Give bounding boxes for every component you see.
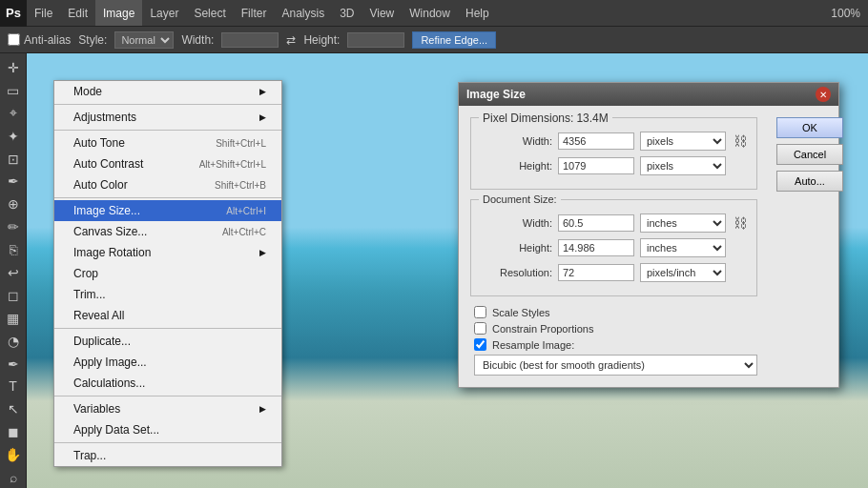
menu-item-calculations[interactable]: Calculations... [54,373,281,394]
main-layout: ✛ ▭ ⌖ ✦ ⊡ ✒ ⊕ ✏ ⎘ ↩ ◻ ▦ ◔ ✒ T ↖ ◼ ✋ ⌕ Mo… [0,53,868,488]
document-size-section: Document Size: Width: inches cm mm pixel… [470,199,757,296]
menu-3d[interactable]: 3D [332,0,362,26]
menubar-right: 100% [831,7,868,20]
dialog-title: Image Size [466,88,526,101]
options-bar: Anti-alias Style: Normal Width: ⇄ Height… [0,27,868,53]
dialog-close-button[interactable]: ✕ [816,87,831,102]
menu-item-mode[interactable]: Mode [54,81,281,102]
menu-select[interactable]: Select [186,0,233,26]
magic-wand-tool[interactable]: ✦ [2,126,25,147]
image-menu-dropdown: Mode Adjustments Auto Tone Shift+Ctrl+L … [53,80,282,467]
menu-item-canvas-size[interactable]: Canvas Size... Alt+Ctrl+C [54,221,281,242]
image-size-dialog: Image Size ✕ Pixel Dimensions: 13.4M W [458,82,839,388]
lasso-tool[interactable]: ⌖ [2,103,25,124]
dialog-layout: Pixel Dimensions: 13.4M Width: pixels ⛓ [459,106,838,387]
scale-styles-row: Scale Styles [470,306,757,318]
menu-item-duplicate[interactable]: Duplicate... [54,331,281,352]
pixel-height-unit-select[interactable]: pixels [640,156,726,175]
heal-tool[interactable]: ⊕ [2,193,25,214]
cancel-button[interactable]: Cancel [776,144,843,165]
menu-item-auto-tone[interactable]: Auto Tone Shift+Ctrl+L [54,132,281,153]
menu-item-trap[interactable]: Trap... [54,445,281,466]
crop-tool[interactable]: ⊡ [2,149,25,170]
height-input[interactable] [347,32,404,48]
menu-item-crop[interactable]: Crop [54,263,281,284]
brush-tool[interactable]: ✏ [2,216,25,237]
menu-item-apply-image[interactable]: Apply Image... [54,352,281,373]
pen-tool[interactable]: ✒ [2,354,25,375]
clone-tool[interactable]: ⎘ [2,239,25,260]
scale-styles-label: Scale Styles [492,307,550,318]
menu-analysis[interactable]: Analysis [274,0,332,26]
dodge-tool[interactable]: ◔ [2,331,25,352]
auto-button[interactable]: Auto... [776,171,843,192]
constrain-proportions-label: Constrain Proportions [492,323,593,335]
refine-edge-button[interactable]: Refine Edge... [412,31,496,49]
resolution-input[interactable] [558,264,634,281]
pixel-dimensions-section: Pixel Dimensions: 13.4M Width: pixels ⛓ [470,117,757,190]
menu-item-image-size[interactable]: Image Size... Alt+Ctrl+I [54,200,281,221]
doc-width-row: Width: inches cm mm pixels ⛓ [481,214,747,233]
eyedropper-tool[interactable]: ✒ [2,171,25,192]
resample-method-select[interactable]: Bicubic (best for smooth gradients) [474,355,757,376]
menu-item-reveal-all[interactable]: Reveal All [54,305,281,326]
doc-height-unit-select[interactable]: inches cm [640,238,726,257]
menu-item-image-rotation[interactable]: Image Rotation [54,242,281,263]
dialog-side-buttons: OK Cancel Auto... [769,106,845,387]
ok-button[interactable]: OK [776,117,843,138]
menu-filter[interactable]: Filter [234,0,275,26]
doc-height-row: Height: inches cm [481,238,747,257]
doc-width-input[interactable] [558,214,634,232]
hand-tool[interactable]: ✋ [2,444,25,465]
menu-item-adjustments[interactable]: Adjustments [54,107,281,128]
zoom-tool[interactable]: ⌕ [2,467,25,488]
menubar: Ps File Edit Image Layer Select Filter A… [0,0,868,27]
swap-icon: ⇄ [286,33,296,47]
menu-separator-6 [54,442,281,443]
menu-item-variables[interactable]: Variables [54,398,281,419]
menu-separator-5 [54,396,281,396]
width-input[interactable] [221,32,279,48]
resample-image-row: Resample Image: [470,338,757,351]
pixel-height-label: Height: [481,160,552,172]
constrain-proportions-checkbox[interactable] [474,322,486,335]
anti-alias-checkbox[interactable] [8,33,20,46]
menu-item-apply-data-set[interactable]: Apply Data Set... [54,419,281,440]
pixel-width-input[interactable] [558,132,634,150]
style-select[interactable]: Normal [114,31,174,49]
resample-image-checkbox[interactable] [474,338,486,351]
menu-separator-2 [54,130,281,131]
menu-item-trim[interactable]: Trim... [54,284,281,305]
move-tool[interactable]: ✛ [2,57,25,78]
menu-image[interactable]: Image [95,0,142,26]
menu-help[interactable]: Help [458,0,497,26]
eraser-tool[interactable]: ◻ [2,285,25,306]
menu-window[interactable]: Window [402,0,458,26]
pixel-dimensions-label: Pixel Dimensions: 13.4M [479,112,612,125]
menu-view[interactable]: View [362,0,402,26]
shape-tool[interactable]: ◼ [2,421,25,442]
text-tool[interactable]: T [2,376,25,396]
menu-item-auto-color[interactable]: Auto Color Shift+Ctrl+B [54,174,281,195]
resolution-label: Resolution: [481,267,552,278]
menu-separator-4 [54,328,281,329]
history-tool[interactable]: ↩ [2,262,25,283]
menu-item-auto-contrast[interactable]: Auto Contrast Alt+Shift+Ctrl+L [54,153,281,174]
gradient-tool[interactable]: ▦ [2,308,25,329]
resample-image-label: Resample Image: [492,339,574,351]
pixel-height-input[interactable] [558,157,634,174]
anti-alias-label: Anti-alias [24,33,71,47]
path-select-tool[interactable]: ↖ [2,398,25,419]
menu-edit[interactable]: Edit [60,0,95,26]
scale-styles-checkbox[interactable] [474,306,486,318]
menu-file[interactable]: File [27,0,60,26]
menu-layer[interactable]: Layer [142,0,186,26]
doc-width-unit-select[interactable]: inches cm mm pixels [640,214,726,233]
constrain-proportions-row: Constrain Proportions [470,322,757,335]
marquee-tool[interactable]: ▭ [2,80,25,101]
pixel-width-unit-select[interactable]: pixels [640,132,726,151]
menu-separator-3 [54,197,281,198]
resolution-unit-select[interactable]: pixels/inch pixels/cm [640,263,726,282]
app-logo: Ps [0,0,27,27]
doc-height-input[interactable] [558,239,634,256]
